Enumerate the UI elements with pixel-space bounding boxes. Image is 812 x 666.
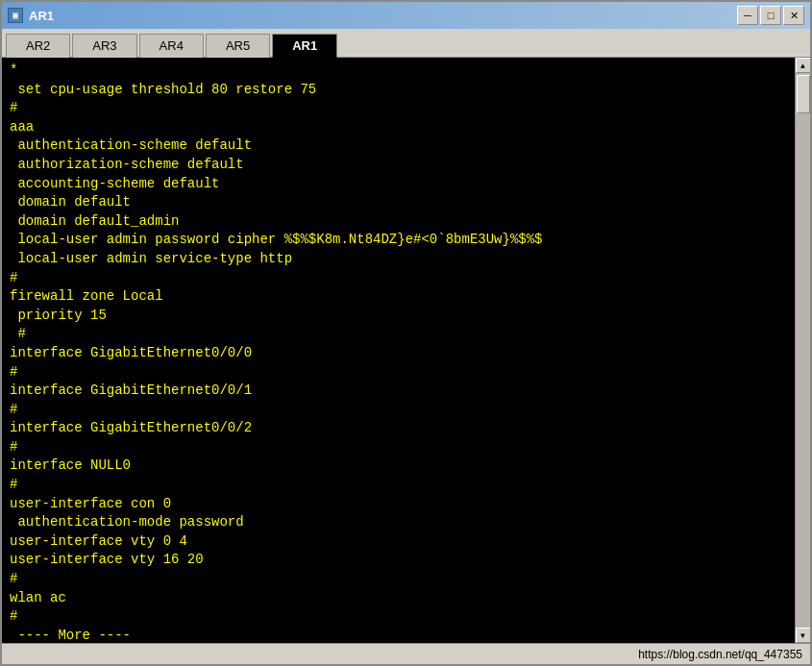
tab-ar5[interactable]: AR5	[206, 34, 270, 58]
content-area: * set cpu-usage threshold 80 restore 75 …	[2, 57, 810, 643]
title-controls: ─ □ ✕	[737, 6, 804, 25]
terminal-output[interactable]: * set cpu-usage threshold 80 restore 75 …	[2, 58, 795, 643]
tab-ar3[interactable]: AR3	[72, 34, 136, 58]
status-bar: https://blog.csdn.net/qq_447355	[2, 643, 810, 664]
main-window: ▣ AR1 ─ □ ✕ AR2 AR3 AR4 AR5 AR1 * set cp…	[0, 0, 812, 666]
tab-bar: AR2 AR3 AR4 AR5 AR1	[2, 29, 810, 57]
scroll-track	[796, 73, 810, 628]
tab-ar1[interactable]: AR1	[272, 34, 337, 58]
title-bar: ▣ AR1 ─ □ ✕	[2, 2, 810, 29]
scroll-thumb[interactable]	[797, 75, 810, 113]
window-title: AR1	[29, 9, 54, 23]
status-text: https://blog.csdn.net/qq_447355	[638, 648, 802, 661]
close-button[interactable]: ✕	[783, 6, 804, 25]
tab-ar2[interactable]: AR2	[6, 34, 70, 58]
scroll-down-button[interactable]: ▼	[796, 628, 811, 643]
scroll-up-button[interactable]: ▲	[796, 58, 811, 73]
app-icon: ▣	[8, 8, 23, 23]
tab-ar4[interactable]: AR4	[139, 34, 204, 58]
maximize-button[interactable]: □	[760, 6, 781, 25]
title-bar-left: ▣ AR1	[8, 8, 54, 23]
scrollbar[interactable]: ▲ ▼	[795, 58, 810, 643]
minimize-button[interactable]: ─	[737, 6, 758, 25]
